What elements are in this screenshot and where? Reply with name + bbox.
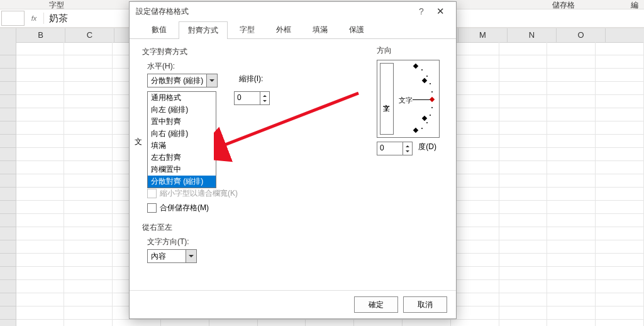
dropdown-option[interactable]: 向左 (縮排) [148,104,216,116]
dropdown-option[interactable]: 置中對齊 [148,116,216,128]
col-header[interactable]: N [508,28,557,42]
horizontal-dropdown-list: 通用格式 向左 (縮排) 置中對齊 向右 (縮排) 填滿 左右對齊 跨欄置中 分… [147,91,216,188]
fx-icon[interactable]: fx [25,13,44,24]
col-header[interactable]: M [458,28,508,42]
close-button[interactable]: ✕ [431,6,450,17]
col-header[interactable]: B [16,28,65,42]
degree-label: 度(D) [418,142,436,151]
dropdown-option-selected[interactable]: 分散對齊 (縮排) [148,176,216,188]
col-header[interactable]: O [557,28,606,42]
shrink-label: 縮小字型以適合欄寬(K) [160,188,238,199]
merge-label: 合併儲存格(M) [160,203,209,213]
tab-number[interactable]: 數值 [142,21,176,38]
text-direction-combo[interactable]: 內容 [147,249,197,263]
tab-fill[interactable]: 填滿 [303,21,337,38]
cancel-button[interactable]: 取消 [403,296,447,313]
text-control-prefix: 文 [135,137,142,147]
format-cells-dialog: 設定儲存格格式 ? ✕ 數值 對齊方式 字型 外框 填滿 保護 文字對齊方式 水… [129,1,457,319]
name-box[interactable] [1,11,25,26]
degree-spinner[interactable]: 0 [377,142,413,155]
dialog-title: 設定儲存格格式 [136,6,412,17]
text-direction-value: 內容 [148,250,186,262]
spinner-down-icon[interactable] [403,149,412,155]
tab-alignment[interactable]: 對齊方式 [179,21,228,39]
dropdown-option[interactable]: 通用格式 [148,92,216,104]
spinner-up-icon[interactable] [403,142,412,149]
degree-value[interactable]: 0 [377,142,402,155]
ok-button[interactable]: 確定 [354,296,398,313]
indent-value[interactable]: 0 [235,92,260,104]
spinner-up-icon[interactable] [260,92,269,98]
text-direction-label: 文字方向(T): [147,237,443,247]
shrink-checkbox [147,189,157,198]
chevron-down-icon[interactable] [186,250,196,262]
tab-font[interactable]: 字型 [230,21,264,38]
horizontal-combo-value: 分散對齊 (縮排) [148,74,206,87]
chevron-down-icon[interactable] [206,74,217,87]
spinner-down-icon[interactable] [260,98,269,104]
dropdown-option[interactable]: 跨欄置中 [148,164,216,176]
tab-protection[interactable]: 保護 [340,21,374,38]
tab-border[interactable]: 外框 [267,21,301,38]
orientation-control[interactable]: 文字 文字 [377,60,440,138]
indent-label: 縮排(I): [239,74,264,83]
dropdown-option[interactable]: 左右對齊 [148,152,216,164]
orientation-label: 方向 [377,45,440,56]
indent-spinner[interactable]: 0 [234,91,270,105]
col-header[interactable]: C [65,28,114,42]
orientation-dial[interactable]: 文字 [396,63,435,133]
rtl-section: 從右至左 [142,222,443,233]
dropdown-option[interactable]: 填滿 [148,140,216,152]
dialog-tabs: 數值 對齊方式 字型 外框 填滿 保護 [130,21,456,39]
merge-checkbox[interactable] [147,203,157,213]
help-button[interactable]: ? [412,6,431,16]
horizontal-combo[interactable]: 分散對齊 (縮排) [147,74,218,87]
orientation-vertical[interactable]: 文字 [380,63,394,135]
dropdown-option[interactable]: 向右 (縮排) [148,128,216,140]
orientation-text: 文字 [399,96,413,105]
